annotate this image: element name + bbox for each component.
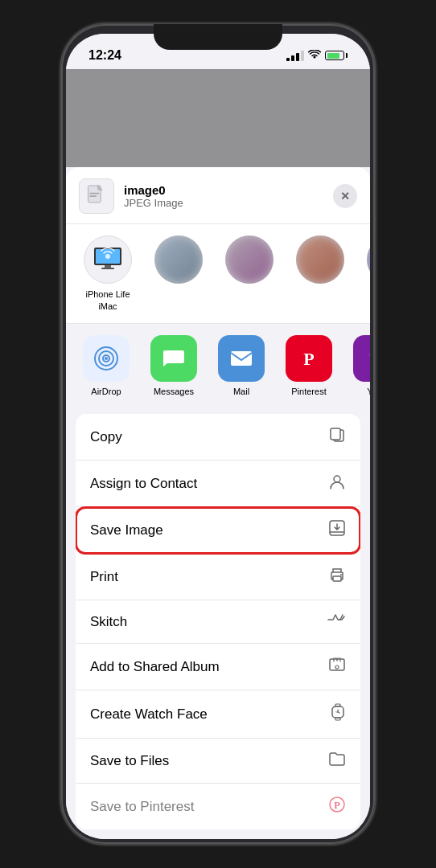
signal-icon bbox=[286, 51, 304, 61]
app-label-mail: Mail bbox=[233, 387, 249, 396]
svg-point-28 bbox=[335, 665, 339, 669]
action-save-files[interactable]: Save to Files bbox=[76, 739, 360, 784]
avatar-5 bbox=[367, 235, 370, 284]
action-shared-album[interactable]: Add to Shared Album bbox=[76, 644, 360, 690]
file-details: image0 JPEG Image bbox=[124, 183, 183, 209]
pinterest-save-icon: P bbox=[328, 796, 346, 817]
svg-rect-20 bbox=[331, 428, 340, 440]
person-item-5[interactable] bbox=[362, 235, 370, 312]
share-sheet: image0 JPEG Image ✕ bbox=[66, 167, 370, 839]
person-icon bbox=[328, 473, 346, 494]
svg-rect-1 bbox=[89, 193, 99, 194]
action-shared-album-label: Add to Shared Album bbox=[90, 659, 220, 675]
actions-list: Copy Assign to Contact bbox=[76, 414, 360, 829]
action-assign-contact[interactable]: Assign to Contact bbox=[76, 461, 360, 507]
action-print-label: Print bbox=[90, 569, 118, 585]
action-print[interactable]: Print bbox=[76, 554, 360, 600]
save-image-icon bbox=[328, 519, 346, 541]
svg-text:Y!: Y! bbox=[369, 352, 370, 368]
svg-rect-31 bbox=[335, 704, 340, 706]
action-skitch[interactable]: Skitch bbox=[76, 600, 360, 644]
avatar-iphone-life-imac bbox=[84, 235, 132, 284]
app-label-airdrop: AirDrop bbox=[91, 387, 121, 396]
action-watch-label: Create Watch Face bbox=[90, 706, 208, 723]
app-item-airdrop[interactable]: AirDrop bbox=[79, 335, 134, 396]
svg-rect-29 bbox=[333, 657, 341, 659]
app-item-yahoo[interactable]: Y! Ya… bbox=[349, 335, 370, 396]
apps-row: AirDrop Messages bbox=[66, 324, 370, 407]
svg-rect-32 bbox=[335, 718, 340, 720]
avatar-3 bbox=[225, 235, 274, 284]
screen: 12:24 bbox=[66, 34, 370, 839]
dimmed-background bbox=[66, 69, 370, 167]
person-item-3[interactable] bbox=[220, 235, 278, 312]
svg-point-21 bbox=[334, 476, 340, 482]
svg-point-5 bbox=[105, 254, 110, 259]
action-pinterest-label: Save to Pinterest bbox=[90, 799, 194, 815]
pinterest-icon: P bbox=[286, 335, 332, 382]
action-skitch-label: Skitch bbox=[90, 614, 127, 630]
file-type: JPEG Image bbox=[124, 197, 183, 209]
app-label-pinterest: Pinterest bbox=[291, 387, 326, 396]
action-save-files-label: Save to Files bbox=[90, 753, 169, 769]
app-item-pinterest[interactable]: P Pinterest bbox=[282, 335, 336, 396]
svg-point-26 bbox=[340, 574, 342, 575]
files-icon bbox=[328, 751, 346, 771]
notch bbox=[154, 24, 282, 50]
action-save-image[interactable]: Save Image bbox=[76, 507, 360, 554]
copy-icon bbox=[328, 426, 346, 448]
messages-icon bbox=[150, 335, 197, 382]
action-save-pinterest[interactable]: Save to Pinterest P bbox=[76, 784, 360, 829]
svg-rect-14 bbox=[231, 351, 252, 366]
person-label-iphone-life-imac: iPhone Life iMac bbox=[79, 289, 137, 312]
action-watch-face[interactable]: Create Watch Face bbox=[76, 690, 360, 739]
yahoo-icon: Y! bbox=[353, 335, 370, 382]
sections-container: Copy Assign to Contact bbox=[66, 407, 370, 839]
avatar-4 bbox=[296, 235, 344, 284]
status-icons bbox=[286, 50, 348, 62]
svg-point-11 bbox=[105, 357, 108, 360]
app-label-messages: Messages bbox=[154, 387, 194, 396]
status-time: 12:24 bbox=[88, 48, 121, 63]
svg-text:P: P bbox=[334, 799, 340, 811]
file-name: image0 bbox=[124, 183, 183, 197]
shared-album-icon bbox=[328, 656, 346, 678]
svg-rect-6 bbox=[105, 265, 111, 268]
person-item-iphone-life-imac[interactable]: iPhone Life iMac bbox=[79, 235, 137, 312]
phone-frame: 12:24 bbox=[61, 24, 375, 844]
app-label-yahoo: Ya… bbox=[367, 387, 370, 396]
skitch-icon bbox=[327, 612, 346, 631]
svg-rect-25 bbox=[333, 576, 341, 581]
svg-rect-2 bbox=[89, 196, 97, 198]
battery-icon bbox=[325, 51, 348, 60]
action-assign-label: Assign to Contact bbox=[90, 476, 197, 492]
action-save-label: Save Image bbox=[90, 522, 163, 538]
svg-text:P: P bbox=[303, 349, 314, 369]
action-copy-label: Copy bbox=[90, 429, 122, 445]
avatar-2 bbox=[154, 235, 203, 284]
file-icon bbox=[79, 178, 114, 214]
people-row: iPhone Life iMac bbox=[66, 224, 370, 324]
app-item-messages[interactable]: Messages bbox=[146, 335, 201, 396]
action-copy[interactable]: Copy bbox=[76, 414, 360, 461]
app-item-mail[interactable]: Mail bbox=[214, 335, 269, 396]
person-item-2[interactable] bbox=[150, 235, 208, 312]
print-icon bbox=[328, 566, 346, 588]
sheet-header: image0 JPEG Image ✕ bbox=[66, 167, 370, 224]
file-info: image0 JPEG Image bbox=[79, 178, 183, 214]
watch-icon bbox=[330, 702, 346, 726]
svg-rect-7 bbox=[101, 268, 114, 269]
mail-icon bbox=[218, 335, 265, 382]
person-item-4[interactable] bbox=[291, 235, 349, 312]
wifi-icon bbox=[308, 50, 321, 62]
airdrop-icon bbox=[83, 335, 130, 382]
close-button[interactable]: ✕ bbox=[333, 184, 357, 208]
